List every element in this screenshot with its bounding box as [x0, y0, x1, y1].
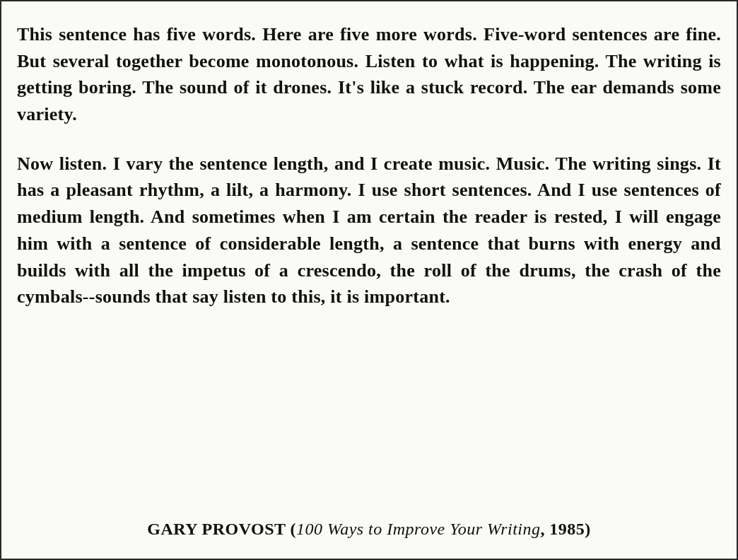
- attribution-year: 1985: [549, 520, 585, 538]
- attribution-comma: ,: [540, 520, 549, 538]
- attribution-close: ): [585, 520, 590, 538]
- attribution-separator: (: [291, 520, 296, 538]
- attribution-name: GARY PROVOST: [147, 520, 286, 538]
- attribution: GARY PROVOST (100 Ways to Improve Your W…: [17, 520, 721, 539]
- attribution-book: 100 Ways to Improve Your Writing: [296, 520, 540, 538]
- paragraph-1: This sentence has five words. Here are f…: [17, 21, 721, 128]
- text-content: This sentence has five words. Here are f…: [17, 21, 721, 310]
- paragraph-2: Now listen. I vary the sentence length, …: [17, 151, 721, 310]
- content-card: This sentence has five words. Here are f…: [0, 0, 738, 560]
